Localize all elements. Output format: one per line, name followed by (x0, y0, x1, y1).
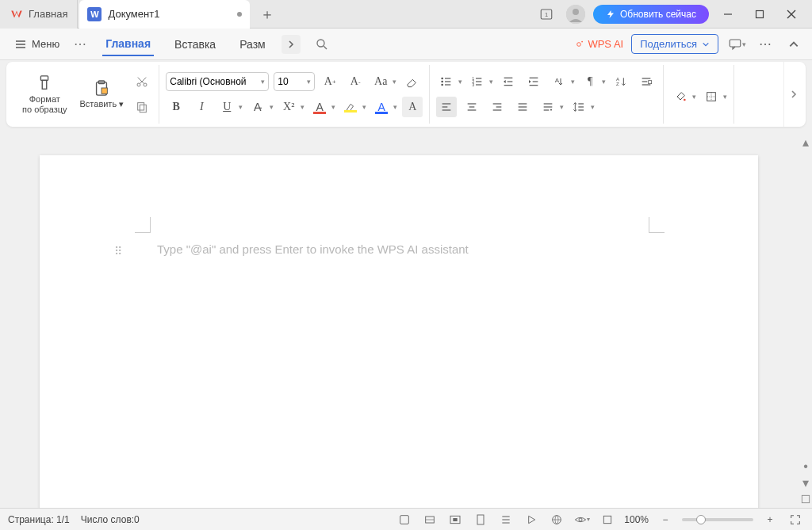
ribbon-group-font: Calibri (Основной ▾ 10 ▾ A+ A- Aa▾ B I U… (159, 65, 430, 124)
format-painter-button[interactable]: Формат по образцу (17, 72, 72, 116)
share-button[interactable]: Поделиться (631, 34, 718, 54)
tab-insert[interactable]: Вставка (171, 33, 219, 55)
zoom-slider-thumb[interactable] (696, 515, 706, 524)
tab-layout[interactable]: Разм (236, 33, 269, 55)
chevron-right-icon (789, 90, 799, 99)
page[interactable]: ⠿ Type "@ai" and press Enter to invoke t… (40, 155, 758, 508)
zoom-in-button[interactable]: + (761, 511, 779, 528)
sort-button[interactable]: AZ (611, 71, 631, 92)
svg-rect-88 (604, 516, 611, 523)
character-shading-button[interactable]: A (402, 97, 423, 117)
close-icon (787, 10, 796, 19)
lightning-icon (606, 10, 615, 19)
font-size-select[interactable]: 10 ▾ (274, 72, 315, 91)
tab-list-button[interactable]: 1 (534, 2, 558, 26)
increase-indent-button[interactable] (523, 71, 544, 92)
web-layout-button[interactable] (548, 511, 565, 528)
close-button[interactable] (776, 2, 807, 26)
bullets-button[interactable]: ▾ (436, 71, 462, 92)
italic-button[interactable]: I (191, 97, 212, 117)
chevron-right-icon (286, 40, 296, 49)
text-direction-button[interactable]: A▾ (549, 71, 575, 92)
distribute-button[interactable]: ▾ (538, 97, 564, 117)
tab-home[interactable]: Главная (102, 32, 154, 56)
reading-view-button[interactable] (523, 511, 540, 528)
borders-button[interactable]: ▾ (701, 86, 727, 107)
show-marks-button[interactable]: ¶▾ (580, 71, 606, 92)
scroll-tabs-right-button[interactable] (282, 35, 301, 54)
clear-formatting-button[interactable] (401, 71, 422, 92)
shrink-font-button[interactable]: A- (345, 71, 366, 92)
right-sidebar: ▴ • ▾ (799, 133, 812, 508)
strikethrough-button[interactable]: A̶▾ (247, 97, 274, 117)
align-left-button[interactable] (436, 97, 457, 117)
svg-text:Z: Z (616, 82, 619, 86)
fullscreen-button[interactable] (787, 511, 804, 528)
language-button[interactable] (421, 511, 439, 528)
fit-page-button[interactable] (599, 511, 616, 528)
app-menu-button[interactable]: Меню (8, 35, 66, 54)
drag-handle-icon[interactable]: ⠿ (114, 245, 121, 257)
hamburger-icon (14, 38, 27, 51)
minimize-button[interactable] (712, 2, 744, 26)
highlight-button[interactable]: ▾ (340, 97, 366, 117)
collapse-ribbon-button[interactable] (783, 34, 804, 55)
align-right-button[interactable] (487, 97, 508, 117)
document-area[interactable]: ⠿ Type "@ai" and press Enter to invoke t… (0, 133, 799, 508)
paragraph-settings-button[interactable] (636, 71, 657, 92)
bold-button[interactable]: B (166, 97, 186, 117)
shading-button[interactable]: ▾ (670, 86, 696, 107)
paste-button[interactable]: Вставить ▾ (75, 77, 129, 111)
copy-button[interactable] (132, 97, 152, 117)
scroll-down-button[interactable]: ▾ (802, 475, 809, 490)
word-count[interactable]: Число слов:0 (81, 514, 140, 525)
svg-point-70 (684, 99, 686, 101)
line-spacing-button[interactable]: ▾ (569, 97, 595, 117)
scroll-up-button[interactable]: ▴ (802, 135, 809, 150)
scroll-handle-icon[interactable]: • (803, 459, 808, 474)
underline-button[interactable]: U▾ (216, 97, 243, 117)
text-effects-button[interactable]: A▾ (371, 97, 397, 117)
focus-mode-button[interactable] (446, 511, 464, 528)
update-now-button[interactable]: Обновить сейчас (593, 5, 709, 24)
text-direction-icon: A (553, 75, 565, 88)
numbering-button[interactable]: 123▾ (467, 71, 493, 92)
outline-button[interactable] (497, 511, 515, 528)
page-indicator[interactable]: Страница: 1/1 (8, 514, 70, 525)
change-case-button[interactable]: Aa▾ (370, 71, 396, 92)
cut-button[interactable] (132, 71, 152, 92)
font-name-select[interactable]: Calibri (Основной ▾ (166, 72, 269, 91)
spellcheck-button[interactable] (396, 511, 413, 528)
zoom-level[interactable]: 100% (624, 514, 649, 525)
decrease-indent-button[interactable] (498, 71, 519, 92)
side-panel-button[interactable] (800, 494, 811, 505)
new-tab-button[interactable]: ＋ (255, 2, 280, 27)
user-avatar[interactable] (566, 5, 585, 24)
align-center-button[interactable] (462, 97, 482, 117)
svg-text:A: A (555, 77, 560, 84)
font-color-button[interactable]: A▾ (309, 97, 335, 117)
svg-point-3 (573, 9, 579, 15)
search-button[interactable] (315, 37, 329, 51)
copy-icon (136, 101, 148, 113)
align-justify-button[interactable] (512, 97, 533, 117)
home-tab[interactable]: Главная (0, 0, 78, 29)
doc-type-icon: W (87, 7, 102, 21)
chevron-down-icon (702, 40, 710, 48)
svg-text:1: 1 (545, 11, 548, 18)
grow-font-button[interactable]: A+ (320, 71, 340, 92)
more-menu-button[interactable]: ⋯ (755, 34, 776, 55)
print-layout-button[interactable] (472, 511, 489, 528)
ribbon-group-shading: ▾ ▾ (664, 65, 734, 124)
zoom-out-button[interactable]: − (657, 511, 674, 528)
maximize-button[interactable] (744, 2, 776, 26)
menu-more-button[interactable]: ⋯ (67, 33, 93, 55)
wps-ai-link[interactable]: WPS AI (573, 38, 623, 50)
ribbon-group-clipboard: Формат по образцу Вставить ▾ (11, 65, 159, 124)
comments-button[interactable]: ▾ (726, 34, 747, 55)
view-options-button[interactable]: ▾ (573, 511, 591, 528)
ribbon-overflow-button[interactable] (783, 62, 802, 127)
document-tab[interactable]: W Документ1 (79, 0, 250, 29)
zoom-slider[interactable] (682, 518, 753, 521)
superscript-button[interactable]: X²▾ (278, 97, 304, 117)
